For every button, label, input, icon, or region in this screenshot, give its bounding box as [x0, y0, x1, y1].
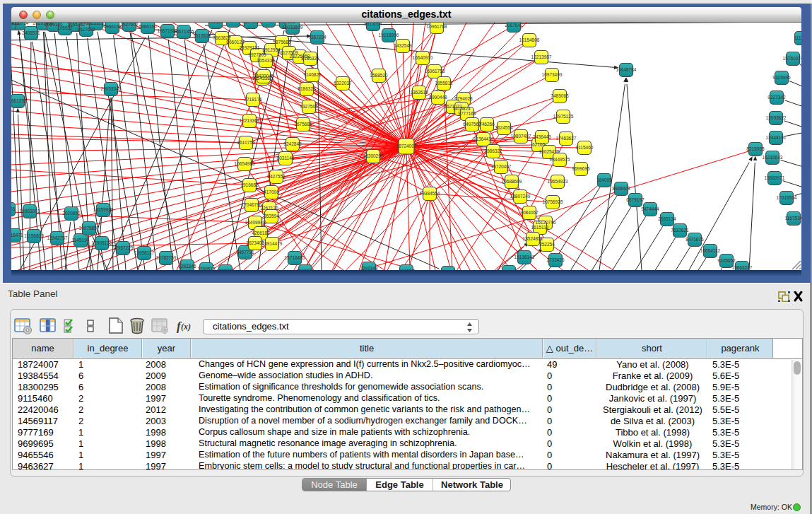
svg-text:9115460: 9115460: [576, 145, 594, 150]
svg-text:1292346: 1292346: [178, 264, 196, 269]
svg-text:15716485: 15716485: [285, 255, 305, 260]
svg-text:8660124: 8660124: [226, 40, 245, 45]
svg-text:2087642: 2087642: [505, 23, 523, 28]
svg-text:62160: 62160: [532, 142, 545, 147]
svg-text:12444191: 12444191: [766, 135, 787, 140]
svg-text:3918471: 3918471: [11, 233, 23, 238]
svg-text:417006: 417006: [264, 189, 279, 194]
svg-text:17046796: 17046796: [242, 202, 262, 207]
svg-text:6966160: 6966160: [139, 24, 157, 29]
svg-text:8938923: 8938923: [612, 186, 630, 191]
svg-text:9474444: 9474444: [641, 206, 659, 211]
svg-text:16914479: 16914479: [262, 241, 283, 246]
svg-text:15692971: 15692971: [765, 175, 785, 180]
svg-text:16210643: 16210643: [763, 155, 783, 160]
svg-text:12975125: 12975125: [553, 114, 574, 119]
svg-text:9329996: 9329996: [772, 75, 791, 80]
svg-text:10654112: 10654112: [700, 248, 721, 253]
svg-text:16963001: 16963001: [20, 209, 40, 214]
svg-text:13449575: 13449575: [550, 157, 570, 162]
svg-text:9245652: 9245652: [717, 258, 736, 263]
svg-text:1167534: 1167534: [785, 216, 801, 221]
svg-text:21364436: 21364436: [473, 136, 494, 141]
svg-text:9227342: 9227342: [767, 95, 786, 100]
svg-text:111254: 111254: [794, 35, 801, 40]
svg-text:6679197: 6679197: [626, 197, 645, 202]
svg-text:7955812: 7955812: [435, 81, 453, 86]
svg-text:2718176: 2718176: [244, 97, 262, 102]
svg-text:4266187: 4266187: [252, 230, 270, 235]
svg-text:1916682: 1916682: [240, 182, 259, 187]
svg-text:18807249: 18807249: [510, 194, 531, 199]
svg-text:8990448: 8990448: [429, 95, 447, 100]
svg-text:9777169: 9777169: [458, 111, 476, 116]
svg-text:8813054: 8813054: [364, 23, 382, 26]
svg-text:252254: 252254: [539, 242, 555, 247]
svg-text:2405571: 2405571: [22, 30, 40, 35]
svg-text:1733426: 1733426: [546, 257, 565, 262]
svg-text:17016504: 17016504: [777, 195, 797, 200]
svg-text:10154808: 10154808: [519, 37, 540, 42]
svg-text:9327505: 9327505: [300, 104, 318, 109]
svg-text:7515526: 7515526: [193, 33, 211, 38]
svg-text:1610755: 1610755: [237, 140, 255, 145]
svg-text:12093822: 12093822: [766, 115, 787, 120]
svg-text:20221979: 20221979: [11, 23, 20, 25]
svg-text:16409948: 16409948: [245, 220, 266, 225]
svg-text:2020650: 2020650: [62, 211, 81, 216]
svg-text:7632621: 7632621: [671, 228, 689, 233]
svg-text:9146821: 9146821: [303, 72, 322, 77]
svg-text:1145194: 1145194: [72, 238, 90, 243]
svg-text:1527602: 1527602: [77, 27, 95, 32]
svg-text:1527612: 1527612: [242, 23, 260, 24]
svg-text:10688609: 10688609: [502, 179, 522, 184]
svg-text:12213369: 12213369: [240, 118, 260, 123]
svg-text:7357224: 7357224: [308, 35, 326, 40]
svg-text:3912954: 3912954: [262, 47, 281, 52]
svg-text:7986322: 7986322: [484, 148, 502, 153]
svg-text:29053346: 29053346: [101, 86, 122, 91]
svg-text:19654923: 19654923: [548, 179, 568, 184]
svg-text:8186328: 8186328: [298, 86, 316, 91]
svg-text:18724007: 18724007: [396, 144, 417, 148]
svg-text:7485063: 7485063: [551, 93, 569, 98]
svg-text:19384554: 19384554: [420, 191, 440, 196]
svg-text:8427552: 8427552: [267, 174, 286, 179]
svg-text:13524851: 13524851: [523, 236, 543, 241]
svg-text:18300295: 18300295: [363, 153, 384, 158]
svg-text:2436443: 2436443: [533, 134, 551, 139]
svg-text:1527602: 1527602: [120, 23, 139, 27]
svg-text:8031144: 8031144: [277, 156, 295, 160]
svg-text:16961758: 16961758: [425, 69, 445, 74]
svg-text:17957225: 17957225: [113, 245, 134, 250]
svg-text:6322037: 6322037: [334, 81, 352, 86]
svg-text:8186328: 8186328: [301, 56, 319, 61]
svg-text:15720407: 15720407: [491, 164, 512, 169]
svg-text:17463627: 17463627: [556, 136, 577, 141]
svg-text:1362615: 1362615: [410, 90, 428, 95]
svg-text:9927509: 9927509: [248, 52, 266, 57]
svg-text:9084067: 9084067: [520, 210, 539, 215]
svg-text:10975857: 10975857: [79, 226, 100, 230]
svg-text:15751074: 15751074: [783, 56, 801, 61]
svg-text:1588520: 1588520: [370, 73, 388, 78]
svg-text:10756928: 10756928: [543, 199, 563, 204]
svg-text:203118: 203118: [208, 23, 223, 24]
svg-text:16671355: 16671355: [174, 29, 194, 34]
svg-text:2935134: 2935134: [658, 216, 676, 221]
svg-text:10025438: 10025438: [539, 149, 560, 154]
svg-text:19218906: 19218906: [379, 33, 399, 37]
svg-text:12942757: 12942757: [47, 235, 68, 240]
svg-text:16782759: 16782759: [156, 255, 177, 260]
svg-text:8215958: 8215958: [746, 146, 765, 151]
svg-text:9457791: 9457791: [236, 250, 254, 255]
svg-text:26526: 26526: [11, 206, 15, 211]
svg-text:12905135: 12905135: [92, 240, 112, 245]
svg-text:16120746: 16120746: [536, 220, 556, 225]
svg-text:10961768: 10961768: [427, 24, 447, 29]
svg-text:6794028: 6794028: [454, 96, 473, 101]
svg-text:10973493: 10973493: [542, 72, 563, 77]
svg-text:3624554: 3624554: [495, 125, 513, 130]
svg-text:3267130: 3267130: [260, 206, 278, 211]
svg-text:164095: 164095: [596, 177, 612, 182]
